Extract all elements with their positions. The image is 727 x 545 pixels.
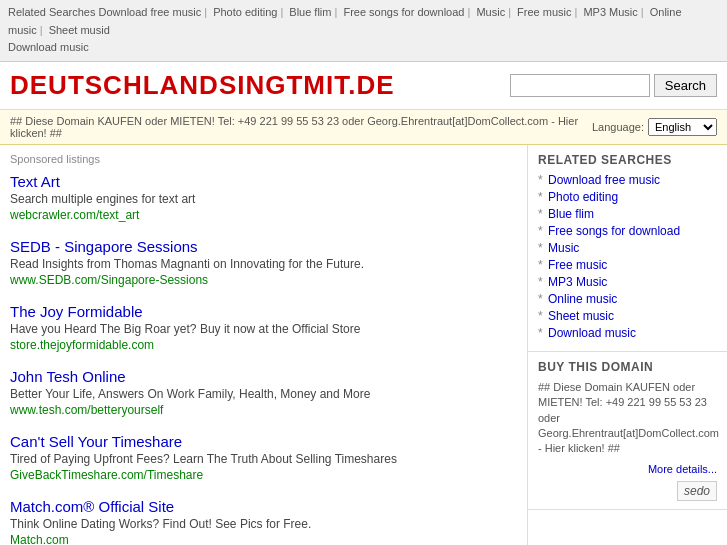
- buy-domain-section: BUY THIS DOMAIN ## Diese Domain KAUFEN o…: [528, 352, 727, 510]
- related-item-5[interactable]: Music: [538, 241, 717, 255]
- listing-5-url-link[interactable]: GiveBackTimeshare.com/Timeshare: [10, 468, 203, 482]
- listing-4-url[interactable]: www.tesh.com/betteryourself: [10, 402, 517, 417]
- listing-1-url[interactable]: webcrawler.com/text_art: [10, 207, 517, 222]
- nav-link-5[interactable]: Music: [476, 6, 505, 18]
- search-input[interactable]: [510, 74, 650, 97]
- listing-6-url-link[interactable]: Match.com: [10, 533, 69, 545]
- listing-6-desc: Think Online Dating Works? Find Out! See…: [10, 517, 517, 531]
- main-layout: Sponsored listings Text Art Search multi…: [0, 145, 727, 545]
- listing-4-link[interactable]: John Tesh Online: [10, 368, 126, 385]
- listing-1-link[interactable]: Text Art: [10, 173, 60, 190]
- listing-2-desc: Read Insights from Thomas Magnanti on In…: [10, 257, 517, 271]
- related-searches-section: RELATED SEARCHES Download free music Pho…: [528, 145, 727, 352]
- listing-6-title[interactable]: Match.com® Official Site: [10, 498, 517, 515]
- listing-4: John Tesh Online Better Your Life, Answe…: [10, 368, 517, 417]
- related-item-9[interactable]: Sheet music: [538, 309, 717, 323]
- nav-link-3[interactable]: Blue flim: [289, 6, 331, 18]
- related-searches-title: RELATED SEARCHES: [538, 153, 717, 167]
- nav-link-4[interactable]: Free songs for download: [343, 6, 464, 18]
- listing-5-desc: Tired of Paying Upfront Fees? Learn The …: [10, 452, 517, 466]
- site-title: DEUTSCHLANDSINGTMIT.DE: [10, 70, 395, 101]
- listing-6: Match.com® Official Site Think Online Da…: [10, 498, 517, 545]
- nav-link-6[interactable]: Free music: [517, 6, 571, 18]
- buy-domain-title: BUY THIS DOMAIN: [538, 360, 717, 374]
- listing-3: The Joy Formidable Have you Heard The Bi…: [10, 303, 517, 352]
- listing-2: SEDB - Singapore Sessions Read Insights …: [10, 238, 517, 287]
- related-item-6[interactable]: Free music: [538, 258, 717, 272]
- listing-5-title[interactable]: Can't Sell Your Timeshare: [10, 433, 517, 450]
- listing-2-title[interactable]: SEDB - Singapore Sessions: [10, 238, 517, 255]
- listing-2-url[interactable]: www.SEDB.com/Singapore-Sessions: [10, 272, 517, 287]
- related-item-3[interactable]: Blue flim: [538, 207, 717, 221]
- top-nav-bar: Related Searches Download free music| Ph…: [0, 0, 727, 62]
- listing-6-link[interactable]: Match.com® Official Site: [10, 498, 174, 515]
- related-searches-list: Download free music Photo editing Blue f…: [538, 173, 717, 340]
- language-selector[interactable]: Language: English Deutsch Français: [592, 118, 717, 136]
- related-searches-label: Related Searches: [8, 6, 95, 18]
- listing-6-url[interactable]: Match.com: [10, 532, 517, 545]
- main-content: Sponsored listings Text Art Search multi…: [0, 145, 527, 545]
- listing-1-url-link[interactable]: webcrawler.com/text_art: [10, 208, 139, 222]
- language-dropdown[interactable]: English Deutsch Français: [648, 118, 717, 136]
- listing-3-link[interactable]: The Joy Formidable: [10, 303, 143, 320]
- domain-notice-text: ## Diese Domain KAUFEN oder MIETEN! Tel:…: [10, 115, 592, 139]
- language-label: Language:: [592, 121, 644, 133]
- listing-1-desc: Search multiple engines for text art: [10, 192, 517, 206]
- listing-1: Text Art Search multiple engines for tex…: [10, 173, 517, 222]
- page-header: DEUTSCHLANDSINGTMIT.DE Search: [0, 62, 727, 110]
- search-box: Search: [510, 74, 717, 97]
- listing-3-desc: Have you Heard The Big Roar yet? Buy it …: [10, 322, 517, 336]
- domain-notice-bar: ## Diese Domain KAUFEN oder MIETEN! Tel:…: [0, 110, 727, 145]
- listing-3-url-link[interactable]: store.thejoyformidable.com: [10, 338, 154, 352]
- sidebar: RELATED SEARCHES Download free music Pho…: [527, 145, 727, 545]
- nav-link-10[interactable]: Download music: [8, 41, 89, 53]
- related-item-2[interactable]: Photo editing: [538, 190, 717, 204]
- listing-5-link[interactable]: Can't Sell Your Timeshare: [10, 433, 182, 450]
- sedo-badge: sedo: [677, 481, 717, 501]
- sedo-logo-area: sedo: [538, 481, 717, 501]
- listing-2-link[interactable]: SEDB - Singapore Sessions: [10, 238, 198, 255]
- listing-4-title[interactable]: John Tesh Online: [10, 368, 517, 385]
- listing-4-desc: Better Your Life, Answers On Work Family…: [10, 387, 517, 401]
- nav-link-2[interactable]: Photo editing: [213, 6, 277, 18]
- related-item-7[interactable]: MP3 Music: [538, 275, 717, 289]
- nav-link-1[interactable]: Download free music: [99, 6, 202, 18]
- nav-link-9[interactable]: Sheet musid: [49, 24, 110, 36]
- nav-link-7[interactable]: MP3 Music: [583, 6, 637, 18]
- related-item-10[interactable]: Download music: [538, 326, 717, 340]
- more-details-link[interactable]: More details...: [538, 463, 717, 475]
- listing-3-title[interactable]: The Joy Formidable: [10, 303, 517, 320]
- listing-1-title[interactable]: Text Art: [10, 173, 517, 190]
- related-item-8[interactable]: Online music: [538, 292, 717, 306]
- listing-5: Can't Sell Your Timeshare Tired of Payin…: [10, 433, 517, 482]
- listing-3-url[interactable]: store.thejoyformidable.com: [10, 337, 517, 352]
- listing-5-url[interactable]: GiveBackTimeshare.com/Timeshare: [10, 467, 517, 482]
- related-item-4[interactable]: Free songs for download: [538, 224, 717, 238]
- buy-domain-text: ## Diese Domain KAUFEN oder MIETEN! Tel:…: [538, 380, 717, 457]
- sponsored-label: Sponsored listings: [10, 153, 517, 165]
- listing-2-url-link[interactable]: www.SEDB.com/Singapore-Sessions: [10, 273, 208, 287]
- listing-4-url-link[interactable]: www.tesh.com/betteryourself: [10, 403, 163, 417]
- related-item-1[interactable]: Download free music: [538, 173, 717, 187]
- search-button[interactable]: Search: [654, 74, 717, 97]
